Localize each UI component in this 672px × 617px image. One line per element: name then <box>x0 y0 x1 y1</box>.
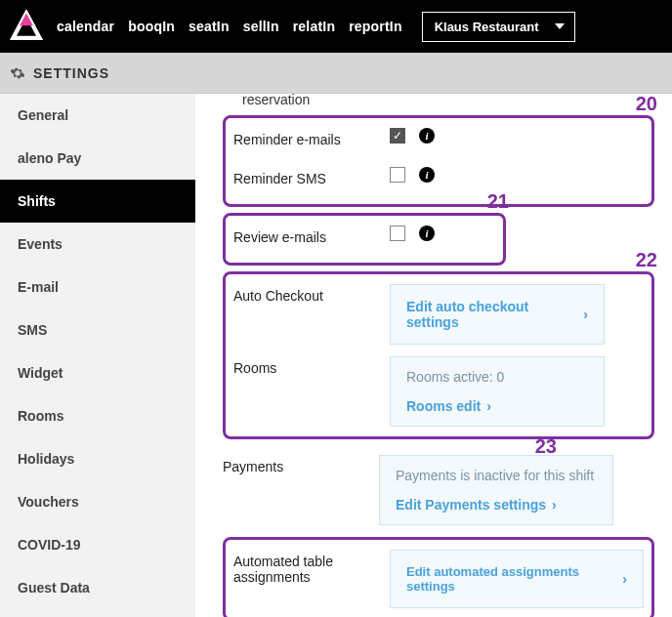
review-emails-checkbox[interactable] <box>390 226 405 241</box>
edit-auto-checkout-button[interactable]: Edit auto checkout settings › <box>390 284 605 345</box>
sidebar-item-email[interactable]: E-mail <box>0 266 195 308</box>
callout-number: 20 <box>636 93 657 115</box>
callout-number: 21 <box>487 190 509 213</box>
auto-checkout-label: Auto Checkout <box>233 284 390 304</box>
callout-24: 24 Automated table assignments Edit auto… <box>223 537 654 617</box>
nav-sellin[interactable]: sellIn <box>243 19 279 34</box>
payments-edit-link[interactable]: Edit Payments settings › <box>396 497 557 513</box>
info-icon[interactable]: i <box>419 167 435 183</box>
reminder-sms-label: Reminder SMS <box>233 167 390 186</box>
auto-assign-label: Automated table assignments <box>233 550 390 585</box>
payments-panel: Payments is inactive for this shift Edit… <box>379 455 613 525</box>
chevron-right-icon: › <box>552 497 557 513</box>
info-icon[interactable]: i <box>419 128 435 144</box>
review-emails-label: Review e-mails <box>233 226 390 245</box>
nav-relatin[interactable]: relatIn <box>293 19 335 34</box>
settings-title: SETTINGS <box>33 65 109 81</box>
restaurant-select-label: Klaus Restaurant <box>435 20 539 34</box>
top-nav: calendar booqIn seatIn sellIn relatIn re… <box>57 19 402 34</box>
payments-label: Payments <box>223 455 379 474</box>
sidebar-item-rooms[interactable]: Rooms <box>0 394 195 437</box>
nav-reportin[interactable]: reportIn <box>349 19 402 34</box>
reminder-emails-checkbox[interactable]: ✓ <box>390 128 405 144</box>
content-panel: reservation 20 Reminder e-mails ✓ i Remi… <box>195 94 672 617</box>
rooms-label: Rooms <box>233 356 390 376</box>
nav-booqin[interactable]: booqIn <box>128 19 175 34</box>
reminder-emails-label: Reminder e-mails <box>233 128 390 147</box>
gear-icon <box>10 65 25 81</box>
rooms-edit-link[interactable]: Rooms edit › <box>406 398 491 414</box>
reminder-sms-checkbox[interactable] <box>390 167 405 183</box>
edit-auto-assign-label: Edit automated assignments settings <box>406 564 614 594</box>
logo-icon <box>10 10 43 43</box>
sidebar-item-vouchers[interactable]: Vouchers <box>0 480 195 523</box>
chevron-right-icon: › <box>583 307 588 322</box>
edit-auto-assign-button[interactable]: Edit automated assignments settings › <box>390 550 644 608</box>
truncated-row-label: reservation <box>242 92 654 107</box>
callout-20: 20 Reminder e-mails ✓ i Reminder SMS i <box>223 115 654 207</box>
chevron-right-icon: › <box>486 398 491 414</box>
sidebar-item-holidays[interactable]: Holidays <box>0 437 195 480</box>
callout-number: 22 <box>636 249 657 271</box>
sidebar: General aleno Pay Shifts Events E-mail S… <box>0 94 195 617</box>
payments-status: Payments is inactive for this shift <box>396 468 597 483</box>
settings-header: SETTINGS <box>0 53 672 94</box>
rooms-panel: Rooms active: 0 Rooms edit › <box>390 356 605 427</box>
edit-auto-checkout-label: Edit auto checkout settings <box>406 299 575 330</box>
nav-seatin[interactable]: seatIn <box>189 19 230 34</box>
chevron-down-icon <box>555 23 565 29</box>
rooms-status: Rooms active: 0 <box>406 369 588 385</box>
top-bar: calendar booqIn seatIn sellIn relatIn re… <box>0 0 672 53</box>
sidebar-item-events[interactable]: Events <box>0 223 195 266</box>
restaurant-select[interactable]: Klaus Restaurant <box>422 12 575 42</box>
sidebar-item-general[interactable]: General <box>0 94 195 137</box>
chevron-right-icon: › <box>622 571 627 587</box>
sidebar-item-shifts[interactable]: Shifts <box>0 180 195 223</box>
callout-22: 22 Auto Checkout Edit auto checkout sett… <box>223 271 654 439</box>
nav-calendar[interactable]: calendar <box>57 19 114 34</box>
sidebar-item-sms[interactable]: SMS <box>0 308 195 351</box>
callout-number: 23 <box>535 435 557 458</box>
sidebar-item-guest-data[interactable]: Guest Data <box>0 566 195 609</box>
info-icon[interactable]: i <box>419 226 435 241</box>
sidebar-item-covid19[interactable]: COVID-19 <box>0 523 195 566</box>
callout-21: 21 Review e-mails i <box>223 213 506 266</box>
sidebar-item-aleno-pay[interactable]: aleno Pay <box>0 137 195 180</box>
sidebar-item-widget[interactable]: Widget <box>0 351 195 394</box>
